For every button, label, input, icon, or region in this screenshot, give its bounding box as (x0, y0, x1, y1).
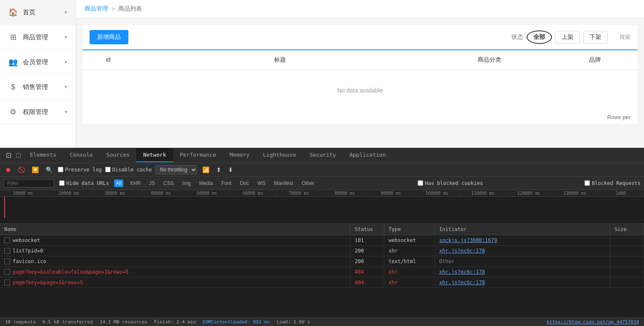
breadcrumb-separator: > (111, 5, 115, 12)
disable-cache-checkbox[interactable] (105, 167, 111, 172)
table-row[interactable]: websocket 101 websocket sockjs.js?3600:1… (0, 235, 644, 246)
tab-network[interactable]: Network (136, 148, 173, 162)
has-blocked-cookies-text: Has blocked cookies (425, 180, 483, 186)
upload-icon[interactable]: ⬆ (215, 166, 223, 174)
search-button[interactable]: 🔍 (44, 166, 54, 174)
preserve-log-checkbox[interactable] (58, 167, 63, 172)
nt-cell-size (610, 246, 644, 256)
nt-cell-initiator[interactable]: xhr.js?ec6c:178 (435, 267, 610, 277)
wifi-icon[interactable]: 📶 (201, 166, 211, 174)
throttle-select[interactable]: No throttling (155, 165, 197, 174)
nt-cell-name: websocket (0, 235, 351, 245)
breadcrumb-link[interactable]: 商品管理 (84, 5, 108, 13)
grid-icon: ⊞ (8, 33, 18, 42)
type-filter-css[interactable]: CSS (162, 179, 176, 187)
type-filter-manifest[interactable]: Manifest (272, 179, 295, 187)
devtools-inspect-icon[interactable]: ⊡ (3, 149, 14, 161)
row-checkbox[interactable] (4, 269, 10, 275)
sidebar-item-member[interactable]: 👥 会员管理 ▾ (0, 50, 76, 75)
blocked-requests-checkbox[interactable] (584, 180, 590, 186)
devtools-device-icon[interactable]: □ (14, 150, 23, 161)
timeline-bar-area (0, 197, 644, 218)
tab-lighthouse[interactable]: Lighthouse (256, 148, 303, 162)
sidebar-item-sales[interactable]: $ 销售管理 ▾ (0, 75, 76, 100)
nt-col-size: Size (610, 224, 644, 235)
nt-cell-initiator[interactable]: sockjs.js?3600:1679 (435, 235, 610, 245)
tab-console[interactable]: Console (63, 148, 100, 162)
type-filter-other[interactable]: Other (300, 179, 316, 187)
sidebar-item-label: 销售管理 (23, 83, 65, 91)
has-blocked-cookies-label[interactable]: Has blocked cookies (418, 180, 483, 186)
tab-security[interactable]: Security (303, 148, 343, 162)
nt-cell-status: 101 (351, 235, 384, 245)
toolbar-row: 新增商品 状态 全部 上架 下架 搜索 (83, 25, 637, 49)
nt-cell-initiator[interactable]: xhr.js?ec6c:178 (435, 246, 610, 256)
nt-cell-type: xhr (384, 277, 435, 288)
add-product-button[interactable]: 新增商品 (90, 30, 128, 44)
download-icon[interactable]: ⬇ (226, 166, 235, 174)
sidebar-item-permission[interactable]: ⚙ 权限管理 ▾ (0, 100, 76, 125)
timeline-mark-12: 120000 ms (506, 191, 552, 196)
footer-transferred: 6.5 kB transferred (43, 319, 93, 325)
status-filter: 状态 全部 上架 下架 搜索 (511, 30, 630, 44)
timeline-mark-4: 40000 ms (138, 191, 184, 196)
type-filter-ws[interactable]: WS (256, 179, 267, 187)
table-row[interactable]: page?key=&saleable=false&page=1&rows=5 4… (0, 267, 644, 277)
record-button[interactable]: ⏺ (3, 166, 13, 174)
table-row[interactable]: list?pid=0 200 xhr xhr.js?ec6c:178 (0, 246, 644, 256)
type-filter-font[interactable]: Font (220, 179, 233, 187)
footer-link[interactable]: https://blog.csdn.net/qq_44757034 (546, 319, 639, 325)
tab-application[interactable]: Application (343, 148, 393, 162)
disable-cache-label[interactable]: Disable cache (105, 167, 152, 173)
footer-dom-content-loaded: DOMContentLoaded: 892 ms (203, 319, 270, 325)
table-row[interactable]: favicon.ico 200 text/html Other (0, 256, 644, 267)
preserve-log-label[interactable]: Preserve log (58, 167, 102, 173)
sidebar-item-home[interactable]: 🏠 首页 ▾ (0, 0, 76, 25)
type-filter-media[interactable]: Media (198, 179, 215, 187)
tab-elements[interactable]: Elements (23, 148, 63, 162)
no-data-message: No data available (83, 70, 637, 111)
filter-btn-online[interactable]: 上架 (555, 31, 580, 43)
row-checkbox[interactable] (4, 248, 10, 254)
nt-cell-initiator[interactable]: xhr.js?ec6c:178 (435, 277, 610, 288)
col-id: id (83, 50, 133, 70)
sidebar-item-product[interactable]: ⊞ 商品管理 ▾ (0, 25, 76, 50)
request-name: page?key=&page=1&rows=5 (13, 280, 83, 285)
row-checkbox[interactable] (4, 237, 10, 243)
nt-cell-name: page?key=&page=1&rows=5 (0, 277, 351, 288)
has-blocked-cookies-checkbox[interactable] (418, 180, 423, 186)
type-filter-xhr[interactable]: XHR (128, 179, 142, 187)
type-filter-img[interactable]: Img (181, 179, 193, 187)
blocked-requests-label[interactable]: Blocked Requests (584, 180, 641, 186)
row-checkbox[interactable] (4, 280, 10, 285)
nt-cell-initiator: Other (435, 256, 610, 266)
network-filter-input[interactable] (3, 179, 54, 187)
sidebar-item-label: 会员管理 (23, 58, 65, 66)
nt-col-status: Status (351, 224, 384, 235)
nt-cell-name: list?pid=0 (0, 246, 351, 256)
filter-btn-all[interactable]: 全部 (527, 30, 552, 44)
breadcrumb: 商品管理 > 商品列表 (76, 0, 644, 18)
tab-memory[interactable]: Memory (223, 148, 256, 162)
nt-cell-name: favicon.ico (0, 256, 351, 266)
tab-performance[interactable]: Performance (173, 148, 223, 162)
nt-col-initiator: Initiator (435, 224, 610, 235)
stop-record-button[interactable]: 🚫 (16, 166, 27, 174)
network-requests-table: Name Status Type Initiator Size websocke… (0, 224, 644, 318)
nt-cell-type: websocket (384, 235, 435, 245)
nt-cell-status: 404 (351, 267, 384, 277)
tab-sources[interactable]: Sources (100, 148, 136, 162)
type-filter-js[interactable]: JS (147, 179, 157, 187)
row-checkbox[interactable] (4, 258, 10, 264)
breadcrumb-current: 商品列表 (118, 5, 142, 13)
status-label: 状态 (511, 33, 523, 41)
hide-data-urls-checkbox[interactable] (59, 180, 65, 186)
type-filter-all[interactable]: All (114, 179, 123, 187)
type-filter-doc[interactable]: Doc (238, 179, 250, 187)
table-row[interactable]: page?key=&page=1&rows=5 404 xhr xhr.js?e… (0, 277, 644, 288)
sidebar: 🏠 首页 ▾ ⊞ 商品管理 ▾ 👥 会员管理 ▾ $ 销售管理 ▾ ⚙ 权限管理… (0, 0, 76, 148)
filter-btn-offline[interactable]: 下架 (583, 31, 608, 43)
hide-data-urls-label[interactable]: Hide data URLs (59, 180, 109, 186)
filter-toggle-button[interactable]: 🔽 (30, 166, 41, 174)
footer-requests: 18 requests (5, 319, 36, 325)
